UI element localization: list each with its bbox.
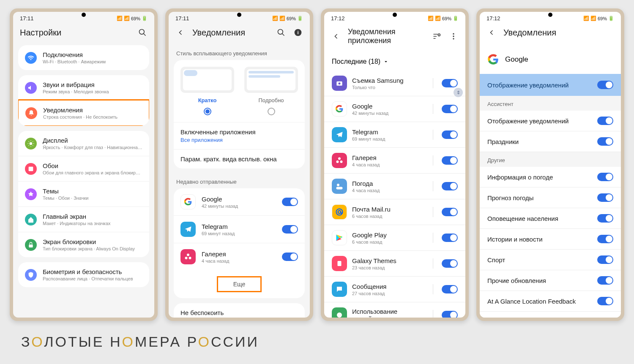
settings-row-connections[interactable]: ПодключенияWi-Fi · Bluetooth · Авиарежим xyxy=(18,45,149,70)
app-row[interactable]: Галерея4 часа назад xyxy=(324,148,465,174)
toggle-app[interactable] xyxy=(442,208,458,216)
toggle-app[interactable] xyxy=(442,234,458,242)
sort-icon[interactable] xyxy=(432,31,442,41)
app-icon xyxy=(332,179,347,194)
app-row[interactable]: Съемка SamsungТолько что xyxy=(324,71,465,96)
notification-category-row[interactable]: Прогноз погоды xyxy=(480,187,621,208)
app-row[interactable]: Galaxy Themes23 часов назад xyxy=(324,251,465,277)
dnd-row[interactable]: Не беспокоить xyxy=(174,303,305,318)
settings-row-sounds[interactable]: Звуки и вибрацияРежим звука · Мелодия зв… xyxy=(18,75,149,100)
svg-point-14 xyxy=(453,35,454,37)
settings-row-wallpaper[interactable]: ОбоиОбои для главного экрана и экрана бл… xyxy=(18,156,149,181)
show-notifications-master[interactable]: Отображение уведомлений xyxy=(480,74,621,96)
notification-category-row[interactable]: Отображение уведомлений xyxy=(480,111,621,131)
notification-category-row[interactable]: At A Glance Location Feedback xyxy=(480,291,621,312)
settings-row-themes[interactable]: ТемыТемы · Обои · Значки xyxy=(18,181,149,206)
app-row[interactable]: Telegram69 минут назад xyxy=(324,122,465,148)
back-icon[interactable] xyxy=(486,27,497,38)
app-row[interactable]: Погода4 часа назад xyxy=(324,174,465,199)
toggle-category[interactable] xyxy=(597,255,613,264)
style-option-detailed[interactable]: Подробно xyxy=(244,67,298,115)
header: Настройки xyxy=(13,23,154,45)
toggle-category[interactable] xyxy=(597,297,613,305)
svg-point-19 xyxy=(336,209,343,215)
app-row[interactable]: Использование устройст.. xyxy=(324,302,465,318)
app-row[interactable]: Google42 минуты назад xyxy=(324,96,465,122)
camera-cutout xyxy=(82,13,86,17)
toggle-app[interactable] xyxy=(442,105,458,113)
app-icon xyxy=(332,101,347,117)
camera-cutout xyxy=(393,13,397,17)
header: Уведомления i xyxy=(169,23,310,45)
enabled-apps-row[interactable]: Включенные приложенияВсе приложения xyxy=(174,122,305,149)
app-row[interactable]: Сообщения27 часов назад xyxy=(324,277,465,302)
back-icon[interactable] xyxy=(175,27,186,38)
toggle-app[interactable] xyxy=(442,79,458,87)
toggle-google[interactable] xyxy=(282,198,298,206)
svg-line-1 xyxy=(144,34,146,36)
toggle-app[interactable] xyxy=(442,130,458,139)
notification-category-row[interactable]: Информация о погоде xyxy=(480,167,621,187)
radio-brief[interactable] xyxy=(204,108,211,115)
recent-app-gallery[interactable]: Галерея4 часа назад xyxy=(174,243,305,270)
toggle-category[interactable] xyxy=(597,137,613,146)
radio-detailed[interactable] xyxy=(268,108,275,115)
svg-rect-3 xyxy=(29,166,33,171)
search-icon[interactable] xyxy=(276,27,286,38)
app-row[interactable]: Google Play6 часов назад xyxy=(324,225,465,251)
header: Уведомления приложения xyxy=(324,23,465,53)
toggle-app[interactable] xyxy=(442,311,458,318)
settings-row-display[interactable]: ДисплейЯркость · Комфорт для глаз · Нави… xyxy=(18,131,149,156)
recent-app-telegram[interactable]: Telegram69 минут назад xyxy=(174,215,305,243)
watermark-text: ЗОЛОТЫЕ НОМЕРА РОССИИ xyxy=(0,321,634,363)
app-row[interactable]: Почта Mail.ru6 часов назад xyxy=(324,199,465,225)
toggle-category[interactable] xyxy=(597,193,613,202)
toggle-category[interactable] xyxy=(597,173,613,181)
app-icon xyxy=(332,153,347,168)
notification-category-row[interactable]: Спорт xyxy=(480,250,621,270)
settings-row-biometrics[interactable]: Биометрия и безопасностьРаспознавание ли… xyxy=(18,262,149,287)
style-preview-detailed xyxy=(244,67,298,93)
notification-category-row[interactable]: Праздники xyxy=(480,131,621,152)
notification-category-row[interactable]: Прочие обновления xyxy=(480,270,621,291)
svg-rect-21 xyxy=(338,261,342,266)
app-icon xyxy=(332,282,347,297)
scroll-indicator[interactable]: ⇕ xyxy=(454,88,463,97)
info-icon[interactable]: i xyxy=(293,27,303,38)
toggle-telegram[interactable] xyxy=(282,225,298,234)
toggle-category[interactable] xyxy=(597,117,613,125)
notification-category-row[interactable]: Важные оповещения для нау.. xyxy=(480,312,621,318)
svg-point-13 xyxy=(453,33,454,35)
toggle-category[interactable] xyxy=(597,276,613,285)
more-icon[interactable] xyxy=(448,31,459,41)
svg-rect-4 xyxy=(29,244,33,247)
shield-icon xyxy=(25,269,37,281)
category-other: Другие xyxy=(480,152,621,167)
settings-row-home[interactable]: Главный экранМакет · Индикаторы на значк… xyxy=(18,206,149,232)
recent-app-google[interactable]: Google42 минуты назад xyxy=(174,188,305,215)
settings-row-notifications[interactable]: УведомленияСтрока состояния · Не беспоко… xyxy=(18,99,149,126)
notification-category-row[interactable]: Оповещение населения xyxy=(480,208,621,229)
style-preview-brief xyxy=(180,67,234,93)
popup-params-row[interactable]: Парам. кратк. вида всплыв. окна xyxy=(174,149,305,168)
app-icon xyxy=(332,76,347,91)
status-icons: 📶 📶 69%🔋 xyxy=(428,16,459,21)
toggle-category[interactable] xyxy=(597,235,613,243)
settings-row-lock[interactable]: Экран блокировкиТип блокировки экрана · … xyxy=(18,232,149,257)
toggle-app[interactable] xyxy=(442,156,458,165)
toggle-app[interactable] xyxy=(442,259,458,268)
toggle-category[interactable] xyxy=(597,214,613,223)
toggle-app[interactable] xyxy=(442,182,458,190)
back-icon[interactable] xyxy=(331,31,341,41)
app-icon xyxy=(332,127,347,142)
recent-section-header: Недавно отправленные xyxy=(169,174,310,188)
notification-category-row[interactable]: Истории и новости xyxy=(480,229,621,250)
style-option-brief[interactable]: Кратко xyxy=(180,67,234,115)
more-button[interactable]: Еще xyxy=(174,270,305,298)
toggle-gallery[interactable] xyxy=(282,253,298,261)
toggle-master[interactable] xyxy=(597,81,613,89)
svg-point-17 xyxy=(339,82,341,84)
search-icon[interactable] xyxy=(137,27,148,38)
toggle-app[interactable] xyxy=(442,285,458,293)
filter-dropdown[interactable]: Последние (18) xyxy=(324,53,465,71)
